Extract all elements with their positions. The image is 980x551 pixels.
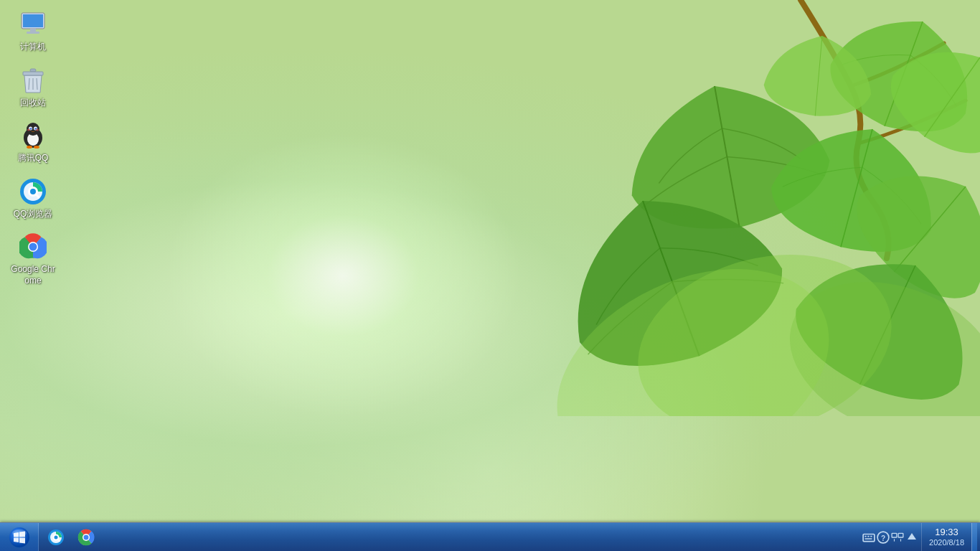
svg-marker-52: [908, 533, 916, 540]
desktop-icon-recycle[interactable]: 回收站: [7, 63, 59, 112]
svg-rect-45: [864, 538, 872, 540]
desktop-icons: 计算机 回收站: [7, 7, 59, 290]
start-button[interactable]: [0, 523, 39, 552]
svg-rect-43: [867, 535, 869, 537]
desktop: 计算机 回收站: [0, 0, 980, 551]
chrome-icon: [19, 232, 47, 261]
svg-point-40: [84, 534, 89, 540]
svg-point-22: [36, 129, 39, 131]
display-tray-icon[interactable]: [891, 531, 904, 544]
svg-rect-42: [864, 535, 866, 537]
svg-point-20: [35, 128, 36, 128]
svg-rect-41: [863, 534, 875, 541]
svg-point-28: [30, 189, 36, 194]
qqbrowser-icon-label: QQ浏览器: [14, 209, 53, 220]
svg-rect-8: [23, 72, 43, 75]
help-tray-icon[interactable]: ?: [877, 531, 890, 544]
svg-rect-49: [898, 533, 903, 537]
svg-text:?: ?: [881, 534, 885, 542]
svg-point-21: [27, 129, 30, 131]
desktop-icon-qq[interactable]: 腾讯QQ: [7, 118, 59, 167]
chrome-icon-label: Google Chrome: [10, 264, 56, 286]
svg-point-33: [12, 529, 27, 537]
svg-point-24: [34, 146, 39, 149]
svg-point-31: [29, 243, 37, 251]
keyboard-tray-icon[interactable]: [862, 531, 875, 544]
clock-time: 19:33: [935, 527, 958, 538]
qq-icon: [19, 121, 47, 150]
svg-rect-44: [870, 535, 872, 537]
svg-rect-4: [23, 14, 43, 27]
expand-tray-icon[interactable]: [905, 531, 918, 544]
taskbar-pinned: [39, 523, 103, 551]
computer-icon-label: 计算机: [20, 42, 46, 53]
tray-icons: ?: [859, 523, 922, 551]
taskbar: ?: [0, 522, 980, 551]
desktop-icon-qqbrowser[interactable]: QQ浏览器: [7, 174, 59, 223]
clock-area[interactable]: 19:33 2020/8/18: [923, 523, 970, 551]
computer-icon: [19, 10, 47, 39]
system-tray: ?: [859, 523, 980, 551]
recycle-icon-label: 回收站: [20, 98, 46, 109]
clock-date: 2020/8/18: [929, 538, 964, 547]
svg-rect-48: [892, 533, 897, 537]
recycle-icon: [19, 66, 47, 95]
qq-icon-label: 腾讯QQ: [18, 153, 49, 164]
svg-rect-6: [27, 32, 39, 34]
svg-point-23: [27, 146, 32, 149]
svg-point-19: [30, 128, 31, 128]
qqbrowser-icon: [19, 177, 47, 206]
wallpaper: [0, 0, 980, 522]
show-desktop-button[interactable]: [971, 523, 977, 551]
desktop-icon-computer[interactable]: 计算机: [7, 7, 59, 56]
desktop-icon-chrome[interactable]: Google Chrome: [7, 230, 59, 289]
taskbar-chrome[interactable]: [72, 524, 100, 550]
taskbar-qqbrowser[interactable]: [42, 524, 70, 550]
svg-point-37: [55, 535, 58, 539]
svg-rect-7: [30, 69, 36, 72]
